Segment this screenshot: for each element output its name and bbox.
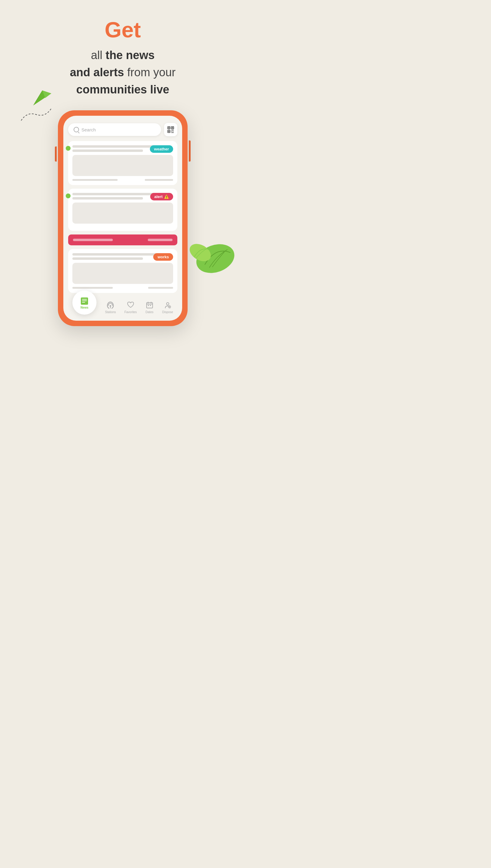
card-image xyxy=(73,155,173,176)
feed-card-works[interactable]: works xyxy=(68,249,177,293)
nav-label-dispose: Dispose xyxy=(162,310,173,314)
nav-item-stations[interactable]: Stations xyxy=(105,301,116,314)
nav-item-dates[interactable]: Dates xyxy=(145,301,154,314)
nav-item-favorites[interactable]: Favorites xyxy=(124,301,137,314)
phone-mockup: Search xyxy=(0,110,246,326)
footer-line-right xyxy=(148,287,173,289)
card-line-2 xyxy=(73,257,143,260)
footer-line-left xyxy=(73,179,118,181)
svg-rect-14 xyxy=(82,299,87,300)
svg-rect-23 xyxy=(148,305,149,306)
svg-rect-16 xyxy=(82,302,85,303)
badge-alert: alert ⚠️ xyxy=(150,193,173,200)
card-line-1 xyxy=(73,193,158,195)
nav-item-dispose[interactable]: Dispose xyxy=(162,301,173,314)
search-bar: Search xyxy=(68,123,177,136)
card-image xyxy=(73,263,173,284)
card-line-2 xyxy=(73,150,143,152)
feed-card-alert[interactable]: alert ⚠️ xyxy=(68,189,177,231)
svg-rect-15 xyxy=(82,301,87,301)
favorites-icon xyxy=(126,301,135,309)
nav-active-bg: News xyxy=(73,290,96,315)
unread-dot xyxy=(66,193,70,198)
card-line-1 xyxy=(73,253,158,255)
feed-card-weather[interactable]: weather xyxy=(68,141,177,185)
nav-label-dates: Dates xyxy=(146,310,153,314)
card-footer xyxy=(73,287,173,289)
svg-point-17 xyxy=(110,305,111,307)
stations-icon xyxy=(106,301,115,309)
card-image xyxy=(73,203,173,224)
banner-line-left xyxy=(73,239,113,241)
news-icon xyxy=(80,296,89,306)
banner-line-right xyxy=(148,239,173,241)
nav-item-news[interactable]: News xyxy=(73,300,96,315)
unread-dot xyxy=(66,146,70,151)
search-placeholder: Search xyxy=(81,127,96,132)
bottom-navigation: News Stations xyxy=(68,297,177,316)
phone-frame: Search xyxy=(58,110,187,326)
nav-label-news: News xyxy=(81,306,88,309)
badge-weather: weather xyxy=(150,145,173,153)
search-icon xyxy=(74,127,79,132)
footer-line-left xyxy=(73,287,113,289)
leaf-decoration xyxy=(188,235,236,278)
svg-rect-24 xyxy=(150,305,151,306)
qr-button[interactable] xyxy=(164,123,177,136)
search-input-field[interactable]: Search xyxy=(68,123,161,136)
footer-line-right xyxy=(145,179,173,181)
svg-rect-19 xyxy=(147,303,153,308)
dates-icon xyxy=(145,301,154,309)
nav-label-stations: Stations xyxy=(105,310,116,314)
svg-rect-6 xyxy=(168,127,170,128)
card-footer xyxy=(73,179,173,181)
svg-rect-8 xyxy=(168,131,170,132)
card-line-2 xyxy=(73,197,143,199)
svg-point-25 xyxy=(167,303,169,305)
dispose-icon xyxy=(164,301,172,309)
nav-label-favorites: Favorites xyxy=(124,310,137,314)
card-line-1 xyxy=(73,145,158,148)
header-get: Get xyxy=(12,18,233,42)
svg-rect-7 xyxy=(172,127,173,128)
phone-screen: Search xyxy=(63,116,182,321)
alert-banner[interactable] xyxy=(68,235,177,245)
badge-works: works xyxy=(153,253,173,261)
